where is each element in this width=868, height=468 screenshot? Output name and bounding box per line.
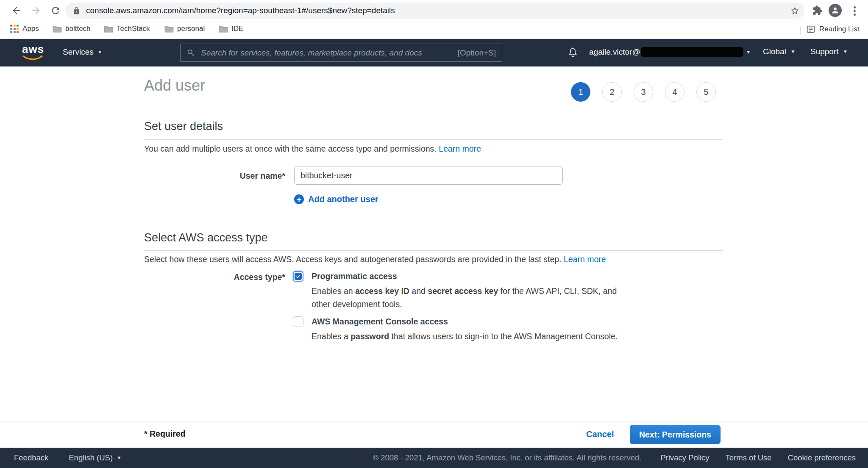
apps-button[interactable]: Apps xyxy=(10,25,39,33)
cancel-button[interactable]: Cancel xyxy=(586,429,614,439)
aws-navbar: aws Services ▼ Search for services, feat… xyxy=(0,39,868,66)
notifications-bell-icon[interactable] xyxy=(567,47,579,58)
bookmarks-bar: Apps bolttech TechStack personal IDE Rea… xyxy=(0,21,868,39)
reading-list-button[interactable]: Reading List xyxy=(806,25,860,34)
aws-logo[interactable]: aws xyxy=(22,44,44,62)
nav-search-input[interactable]: Search for services, features, marketpla… xyxy=(180,44,502,62)
cookie-preferences-link[interactable]: Cookie preferences xyxy=(788,453,856,462)
search-placeholder: Search for services, features, marketpla… xyxy=(201,48,422,58)
bookmark-folder-techstack[interactable]: TechStack xyxy=(104,25,150,33)
back-arrow-icon xyxy=(11,5,22,16)
page-title: Add user xyxy=(144,77,205,94)
services-menu[interactable]: Services ▼ xyxy=(63,47,103,57)
console-access-checkbox[interactable] xyxy=(293,316,303,327)
forward-button[interactable] xyxy=(31,5,42,16)
back-button[interactable] xyxy=(11,5,22,16)
bookmark-folder-personal[interactable]: personal xyxy=(164,25,205,33)
screen: console.aws.amazon.com/iam/home?region=a… xyxy=(0,0,868,468)
terms-of-use-link[interactable]: Terms of Use xyxy=(726,453,772,462)
search-shortcut: [Option+S] xyxy=(458,48,496,58)
search-icon xyxy=(186,48,195,57)
programmatic-access-title[interactable]: Programmatic access xyxy=(312,271,397,281)
section-heading-user-details: Set user details xyxy=(144,120,223,133)
feedback-link[interactable]: Feedback xyxy=(14,453,48,462)
caret-down-icon: ▼ xyxy=(117,455,122,461)
site-footer: Feedback English (US) ▼ © 2008 - 2021, A… xyxy=(0,448,868,468)
username-input[interactable] xyxy=(294,166,563,185)
reload-button[interactable] xyxy=(50,5,61,16)
apps-label: Apps xyxy=(22,25,39,33)
folder-icon xyxy=(164,25,174,33)
step-3: 3 xyxy=(634,82,653,102)
step-4: 4 xyxy=(665,82,684,102)
reload-icon xyxy=(50,5,61,16)
checkmark-icon xyxy=(295,273,302,280)
step-indicator: 1 2 3 4 5 xyxy=(571,82,716,102)
console-access-title[interactable]: AWS Management Console access xyxy=(312,317,448,327)
next-permissions-button[interactable]: Next: Permissions xyxy=(630,425,721,444)
support-menu[interactable]: Support ▼ xyxy=(810,47,848,56)
browser-toolbar: console.aws.amazon.com/iam/home?region=a… xyxy=(0,0,868,21)
bookmark-folder-bolttech[interactable]: bolttech xyxy=(53,25,91,33)
person-icon xyxy=(831,6,840,15)
console-access-description: Enables a password that allows users to … xyxy=(312,330,693,343)
step-1: 1 xyxy=(571,82,590,102)
required-note: * Required xyxy=(144,429,186,439)
caret-down-icon: ▼ xyxy=(97,49,103,55)
apps-grid-icon xyxy=(10,25,19,33)
access-type-intro: Select how these users will access AWS. … xyxy=(144,255,606,264)
reading-list-icon xyxy=(806,25,815,34)
address-bar[interactable]: console.aws.amazon.com/iam/home?region=a… xyxy=(65,3,804,19)
section-heading-access-type: Select AWS access type xyxy=(144,231,268,244)
lock-icon xyxy=(72,7,81,15)
section-divider xyxy=(144,139,723,140)
profile-avatar[interactable] xyxy=(829,4,842,17)
forward-arrow-icon xyxy=(31,5,42,16)
redacted-account-info xyxy=(641,47,743,57)
add-another-user-button[interactable]: + Add another user xyxy=(294,194,378,204)
caret-down-icon: ▼ xyxy=(843,49,848,55)
copyright-text: © 2008 - 2021, Amazon Web Services, Inc.… xyxy=(373,453,641,462)
folder-icon xyxy=(53,25,62,33)
account-menu[interactable]: agaile.victor@ ▼ xyxy=(589,47,751,57)
step-5: 5 xyxy=(696,82,716,102)
programmatic-access-checkbox[interactable] xyxy=(293,271,303,282)
folder-icon xyxy=(219,25,228,33)
aws-smile-icon xyxy=(22,55,43,61)
step-2: 2 xyxy=(602,82,622,102)
caret-down-icon: ▼ xyxy=(790,49,796,55)
learn-more-link[interactable]: Learn more xyxy=(564,255,606,264)
actions-divider xyxy=(0,421,868,421)
extensions-puzzle-icon[interactable] xyxy=(812,5,823,16)
bookmark-folder-ide[interactable]: IDE xyxy=(219,25,243,33)
bookmark-star-icon[interactable] xyxy=(790,6,800,16)
programmatic-access-description: Enables an access key ID and secret acce… xyxy=(312,285,634,311)
section-divider xyxy=(144,250,723,251)
folder-icon xyxy=(104,25,113,33)
learn-more-link[interactable]: Learn more xyxy=(439,144,481,153)
access-type-label: Access type* xyxy=(144,272,285,282)
browser-menu-icon[interactable] xyxy=(853,6,857,17)
username-label: User name* xyxy=(144,171,285,181)
language-selector[interactable]: English (US) ▼ xyxy=(69,453,122,462)
user-details-intro: You can add multiple users at once with … xyxy=(144,144,481,154)
bookmarks-divider xyxy=(800,26,801,34)
region-menu[interactable]: Global ▼ xyxy=(763,47,796,56)
privacy-policy-link[interactable]: Privacy Policy xyxy=(660,453,709,462)
url-text: console.aws.amazon.com/iam/home?region=a… xyxy=(86,6,395,15)
plus-circle-icon: + xyxy=(294,194,304,204)
caret-down-icon: ▼ xyxy=(746,49,751,55)
